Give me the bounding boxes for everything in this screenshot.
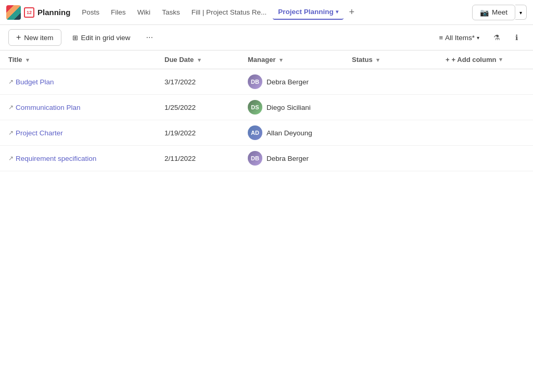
nav-wiki[interactable]: Wiki (132, 5, 156, 19)
chevron-down-icon: ▾ (336, 9, 338, 15)
all-items-button[interactable]: ≡ All Items* ▾ (433, 30, 485, 45)
meet-button-group: 📷 Meet ▾ (472, 5, 527, 20)
due-date-1: 1/25/2022 (164, 104, 196, 111)
nav-files[interactable]: Files (106, 5, 131, 19)
calendar-icon: 12 (24, 7, 34, 18)
table-row: ↗ Budget Plan 3/17/2022 DB Debra Berger (0, 69, 533, 95)
item-link-1[interactable]: ↗ Communication Plan (8, 104, 148, 111)
cell-status-1 (344, 95, 437, 120)
cell-manager-0: DB Debra Berger (239, 69, 344, 95)
meet-chevron-button[interactable]: ▾ (515, 5, 527, 20)
list-icon: ≡ (439, 34, 443, 42)
cell-title-2: ↗ Project Charter (0, 120, 156, 146)
sort-icon-due: ▾ (198, 57, 201, 63)
info-icon: ℹ (515, 33, 518, 42)
table-row: ↗ Requirement specification 2/11/2022 DB… (0, 146, 533, 171)
table-header: Title ▾ Due Date ▾ Manager ▾ Status ▾ (0, 50, 533, 69)
chevron-down-icon: ▾ (519, 10, 522, 16)
add-tab-button[interactable]: + (345, 5, 359, 20)
manager-name-1: Diego Siciliani (266, 104, 311, 111)
avatar-0: DB (248, 74, 262, 89)
data-table: Title ▾ Due Date ▾ Manager ▾ Status ▾ (0, 50, 533, 171)
cell-due-2: 1/19/2022 (156, 120, 239, 146)
filter-button[interactable]: ⚗ (488, 29, 505, 46)
sort-icon-status: ▾ (376, 57, 379, 63)
chevron-down-icon: ▾ (499, 56, 502, 63)
cell-due-3: 2/11/2022 (156, 146, 239, 171)
item-link-2[interactable]: ↗ Project Charter (8, 129, 148, 137)
cell-manager-1: DS Diego Siciliani (239, 95, 344, 120)
avatar-2: AD (248, 125, 262, 140)
avatar-1: DS (248, 100, 262, 115)
edit-grid-button[interactable]: ⊞ Edit in grid view (66, 30, 137, 45)
cell-title-3: ↗ Requirement specification (0, 146, 156, 171)
item-title-2: Project Charter (16, 129, 63, 137)
manager-name-0: Debra Berger (266, 78, 309, 86)
nav-overflow[interactable]: Fill | Project Status Re... (186, 5, 272, 19)
edit-grid-label: Edit in grid view (81, 34, 131, 42)
meet-button[interactable]: 📷 Meet (472, 5, 515, 20)
nav-project-planning[interactable]: Project Planning ▾ (273, 5, 344, 20)
toolbar-right: ≡ All Items* ▾ ⚗ ℹ (433, 29, 525, 46)
grid-icon: ⊞ (72, 34, 78, 42)
cell-add-0 (437, 69, 533, 95)
cell-status-0 (344, 69, 437, 95)
due-date-3: 2/11/2022 (164, 155, 196, 162)
sort-icon-title: ▾ (26, 57, 29, 63)
item-link-0[interactable]: ↗ Budget Plan (8, 78, 148, 86)
manager-cell-3: DB Debra Berger (248, 151, 335, 166)
app-logo-icon (6, 5, 21, 20)
table-row: ↗ Communication Plan 1/25/2022 DS Diego … (0, 95, 533, 120)
item-title-3: Requirement specification (16, 155, 96, 162)
avatar-3: DB (248, 151, 262, 166)
meet-label: Meet (492, 8, 507, 16)
table-body: ↗ Budget Plan 3/17/2022 DB Debra Berger … (0, 69, 533, 171)
cell-title-0: ↗ Budget Plan (0, 69, 156, 95)
manager-cell-0: DB Debra Berger (248, 74, 335, 89)
table-row: ↗ Project Charter 1/19/2022 AD Allan Dey… (0, 120, 533, 146)
col-header-manager[interactable]: Manager ▾ (239, 50, 344, 69)
nav-posts[interactable]: Posts (77, 5, 105, 19)
manager-name-2: Allan Deyoung (266, 129, 312, 137)
cell-manager-2: AD Allan Deyoung (239, 120, 344, 146)
col-header-add[interactable]: + + Add column ▾ (437, 50, 533, 69)
plus-icon: + (446, 56, 450, 64)
camera-icon: 📷 (480, 8, 489, 17)
info-button[interactable]: ℹ (508, 29, 525, 46)
due-date-2: 1/19/2022 (164, 129, 196, 137)
manager-cell-1: DS Diego Siciliani (248, 100, 335, 115)
col-header-title[interactable]: Title ▾ (0, 50, 156, 69)
expand-icon-1: ↗ (8, 104, 14, 111)
cell-due-0: 3/17/2022 (156, 69, 239, 95)
due-date-0: 3/17/2022 (164, 78, 196, 86)
cell-due-1: 1/25/2022 (156, 95, 239, 120)
sort-icon-manager: ▾ (280, 57, 283, 63)
plus-icon: + (16, 33, 21, 42)
app-name: Planning (37, 8, 70, 17)
filter-icon: ⚗ (493, 33, 500, 42)
item-title-0: Budget Plan (16, 78, 54, 86)
main-content: Title ▾ Due Date ▾ Manager ▾ Status ▾ (0, 50, 533, 392)
cell-add-3 (437, 146, 533, 171)
new-item-button[interactable]: + New item (8, 29, 61, 46)
manager-cell-2: AD Allan Deyoung (248, 125, 335, 140)
toolbar: + New item ⊞ Edit in grid view ··· ≡ All… (0, 25, 533, 50)
cell-status-2 (344, 120, 437, 146)
add-column-button[interactable]: + + Add column ▾ (446, 56, 525, 64)
cell-add-1 (437, 95, 533, 120)
cell-title-1: ↗ Communication Plan (0, 95, 156, 120)
app-logo: 12 Planning (6, 5, 70, 20)
item-link-3[interactable]: ↗ Requirement specification (8, 155, 148, 162)
cell-add-2 (437, 120, 533, 146)
all-items-label: All Items* (445, 34, 475, 42)
col-header-status[interactable]: Status ▾ (344, 50, 437, 69)
expand-icon-3: ↗ (8, 155, 14, 162)
nav-tasks[interactable]: Tasks (157, 5, 185, 19)
more-options-button[interactable]: ··· (141, 29, 158, 46)
chevron-down-icon: ▾ (477, 35, 479, 41)
expand-icon-0: ↗ (8, 78, 14, 85)
top-nav: 12 Planning Posts Files Wiki Tasks Fill … (0, 0, 533, 25)
item-title-1: Communication Plan (16, 104, 81, 111)
col-header-due-date[interactable]: Due Date ▾ (156, 50, 239, 69)
nav-links: Posts Files Wiki Tasks Fill | Project St… (77, 5, 359, 20)
